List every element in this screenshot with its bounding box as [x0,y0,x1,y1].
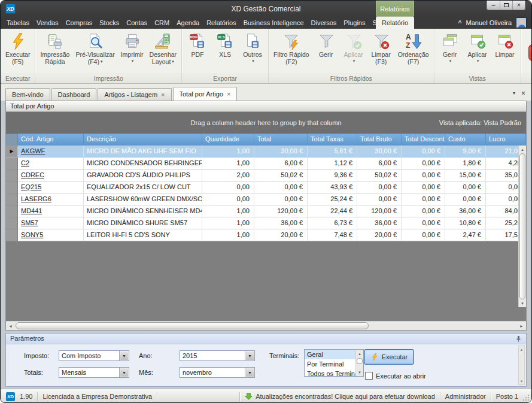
scroll-right-arrow[interactable]: ► [517,322,526,331]
column-header-c-d-artigo[interactable]: Cód. Artigo [18,134,84,146]
dropdown-arrow-icon[interactable]: ▼ [245,351,254,360]
horizontal-scrollbar[interactable]: ◄ ► [6,321,526,330]
ribbon-button-aplicar-vista[interactable]: Aplicar ▾ [464,31,491,64]
ribbon-button-imprimir[interactable]: Imprimir ▾ [118,31,147,64]
scroll-up-arrow[interactable]: ▲ [356,350,363,357]
artigo-code-link[interactable]: CDREC [18,169,84,181]
document-tab-bem-vindo[interactable]: Bem-vindo [5,88,50,101]
tab-close-icon[interactable]: × [521,90,525,96]
tab-close-icon[interactable]: × [161,92,165,98]
scroll-down-arrow[interactable]: ▼ [519,378,524,384]
column-header-lucro[interactable]: Lucro [486,134,526,146]
totais-select[interactable]: Mensais ▼ [59,367,129,378]
ribbon-button-sair[interactable] [523,42,532,62]
ribbon-button-limpar-vista[interactable]: Limpar [491,31,519,58]
ribbon-button-executar[interactable]: Executar (F5) [2,31,33,65]
terminais-option-todos-os-terminais[interactable]: Todos os Terminais [305,369,355,376]
executar-button[interactable]: Executar [364,349,414,365]
chevron-up-icon[interactable]: ^ [458,19,461,26]
table-row[interactable]: SONY5LEITOR HI-FI 5 CD'S SONY1,0020,00 €… [6,229,526,241]
dropdown-arrow-icon[interactable]: ▼ [119,368,129,377]
ribbon-button-pre-visualizar[interactable]: Pré-Visualizar (F4)▾ [72,31,117,65]
table-row[interactable]: LASERG6LASERSHOW 60mW GREEN DMX/SOUND A.… [6,193,526,205]
vertical-scrollbar[interactable]: ▲ ▼ [518,146,526,307]
imposto-select[interactable]: Com Imposto ▼ [59,350,129,361]
table-row[interactable]: CDRECGRAVADOR CD'S ÁUDIO PHILIPS2,0050,0… [6,169,526,181]
column-header-total-taxas[interactable]: Total Taxas [308,134,357,146]
executar-ao-abrir-checkbox[interactable] [365,372,373,380]
artigo-code-link[interactable]: SM57 [18,217,84,229]
ribbon-button-desenhar-layout[interactable]: Desenhar Layout▾ [147,31,180,65]
menu-tab-plugins[interactable]: Plugins [340,17,369,28]
menu-tab-agenda[interactable]: Agenda [173,17,203,28]
column-header-total-descontos[interactable]: Total Descontos [402,134,445,146]
terminais-scrollbar[interactable]: ▲ ▼ [355,350,363,376]
scroll-down-arrow[interactable]: ▼ [356,368,363,376]
menu-tab-crm[interactable]: CRM [151,17,173,28]
scroll-down-arrow[interactable]: ▼ [519,299,526,307]
column-header-quantidade[interactable]: Quantidade [202,134,254,146]
close-button[interactable]: × [512,1,525,10]
table-row[interactable]: MD441MICRO DINÂMICO SENNHEISER MD4411,00… [6,205,526,217]
menu-tab-business-inteligence[interactable]: Business Inteligence [240,17,308,28]
tab-close-icon[interactable]: × [227,91,230,98]
resize-grip[interactable] [523,394,530,402]
ribbon-button-limpar-filtro[interactable]: Limpar (F3) [367,31,395,65]
ribbon-button-impressao-rapida[interactable]: Impressão Rápida [37,31,72,65]
ribbon-button-gerir-filtros[interactable]: Gerir [312,31,340,58]
dropdown-arrow-icon[interactable]: ▼ [119,351,129,360]
ribbon-button-aplicar-filtro[interactable]: Aplicar ▾ [340,31,367,64]
column-header-total[interactable]: Total [254,134,308,146]
ribbon-button-filtro-rapido[interactable]: Filtro Rápido (F2) [270,31,312,65]
tab-relatorio-active[interactable]: Relatório [376,17,414,29]
terminais-option-por-terminal[interactable]: Por Terminal [305,359,355,369]
user-area[interactable]: ^ Manuel Oliveira [458,17,527,29]
scrollbar-thumb[interactable] [357,358,363,364]
terminais-option-geral[interactable]: Geral [305,350,355,359]
dropdown-arrow-icon[interactable]: ▼ [245,368,254,377]
scrollbar-thumb[interactable] [519,153,525,299]
document-tab-artigos-listagem[interactable]: Artigos - Listagem× [98,88,171,101]
table-row[interactable]: ▶AKGWFMICRO DE MÃO AKG UHF SEM FIO1,0030… [6,146,526,157]
menu-tab-tabelas[interactable]: Tabelas [3,17,33,28]
parameters-scrollbar[interactable]: ▲ ▼ [518,346,525,385]
scroll-left-arrow[interactable]: ◄ [6,322,15,331]
table-row[interactable]: C2MICRO CONDENSADOR BEHRINGER C11,006,00… [6,157,526,169]
artigo-code-link[interactable]: MD441 [18,205,84,217]
menu-tab-vendas[interactable]: Vendas [33,17,62,28]
scroll-up-arrow[interactable]: ▲ [519,346,524,353]
menu-tab-contas[interactable]: Contas [123,17,151,28]
minimize-button[interactable]: – [487,1,500,10]
terminais-listbox[interactable]: GeralPor TerminalTodos os Terminais ▲ ▼ [304,349,364,377]
table-row[interactable]: SM57MICRO DINÂMICO SHURE SM571,0036,00 €… [6,217,526,229]
artigo-code-link[interactable]: LASERG6 [18,193,84,205]
document-tab-total-por-artigo[interactable]: Total por Artigo× [173,87,238,101]
update-notice[interactable]: Atualizações encontradas! Clique aqui pa… [245,393,435,401]
scroll-up-arrow[interactable]: ▲ [519,146,526,153]
tab-list-dropdown-icon[interactable]: ▾ [513,90,515,96]
avatar[interactable] [516,17,527,28]
maximize-button[interactable] [500,1,512,10]
ribbon-button-ordenacao[interactable]: AZ Ordenação (F7) [395,31,432,65]
ano-select[interactable]: 2015 ▼ [180,350,255,361]
pin-icon[interactable] [515,335,522,343]
document-tab-dashboard[interactable]: Dashboard [51,88,97,101]
menu-tab-compras[interactable]: Compras [62,17,96,28]
artigo-code-link[interactable]: EQ215 [18,181,84,193]
menu-tab-relat-rios[interactable]: Relatórios [203,17,240,28]
column-header-custo[interactable]: Custo [445,134,486,146]
ribbon-button-outros[interactable]: Outros ▾ [239,31,266,64]
scrollbar-thumb[interactable] [16,322,369,329]
artigo-code-link[interactable]: AKGWF [18,146,84,157]
table-row[interactable]: EQ215EQUALIZADOR 2x15 C/ LOW CUT0,000,00… [6,181,526,193]
artigo-code-link[interactable]: SONY5 [18,229,84,241]
menu-tab-stocks[interactable]: Stocks [96,17,123,28]
mes-select[interactable]: novembro ▼ [180,367,255,378]
menu-tab-diversos[interactable]: Diversos [308,17,341,28]
group-by-bar[interactable]: Drag a column header here to group by th… [6,112,526,134]
column-header-total-bruto[interactable]: Total Bruto [357,134,402,146]
column-header-descri-o[interactable]: Descrição [84,134,202,146]
ribbon-button-gerir-vistas[interactable]: Gerir ▾ [436,31,464,64]
artigo-code-link[interactable]: C2 [18,157,84,169]
ribbon-button-pdf[interactable]: PDF PDF [184,31,211,58]
